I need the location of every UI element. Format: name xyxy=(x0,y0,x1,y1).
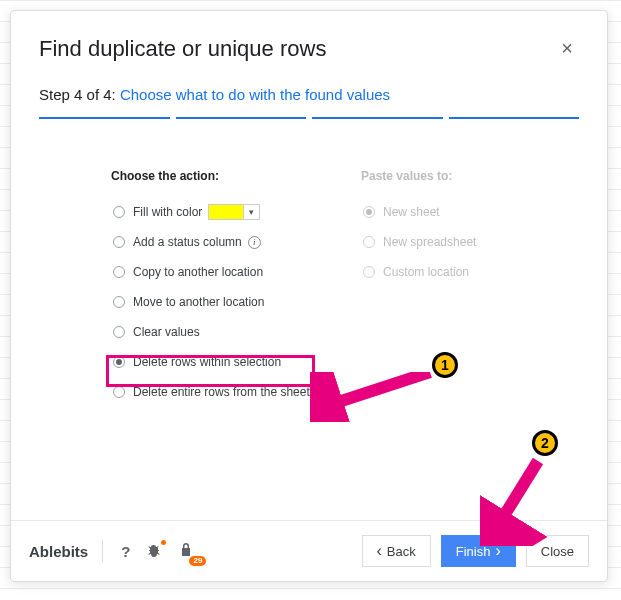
radio-icon xyxy=(113,386,125,398)
step-indicator: Step 4 of 4: Choose what to do with the … xyxy=(11,72,607,109)
step-link[interactable]: Choose what to do with the found values xyxy=(120,86,390,103)
svg-line-1 xyxy=(494,461,538,532)
color-swatch[interactable] xyxy=(208,204,244,220)
footer-right: Back Finish Close xyxy=(362,535,590,567)
back-button[interactable]: Back xyxy=(362,535,431,567)
radio-icon xyxy=(113,326,125,338)
option-label: Add a status column xyxy=(133,235,242,249)
marker-label: 1 xyxy=(441,357,449,373)
bug-icon[interactable] xyxy=(142,540,166,563)
info-icon[interactable]: i xyxy=(248,236,261,249)
dialog-title: Find duplicate or unique rows xyxy=(39,36,326,62)
radio-icon xyxy=(113,356,125,368)
radio-icon xyxy=(113,266,125,278)
close-icon[interactable]: × xyxy=(555,33,579,64)
option-clear-values[interactable]: Clear values xyxy=(111,317,321,347)
option-label: Clear values xyxy=(133,325,200,339)
option-add-status[interactable]: Add a status column i xyxy=(111,227,321,257)
action-heading: Choose the action: xyxy=(111,169,321,183)
annotation-arrow-2 xyxy=(480,456,550,546)
dialog-header: Find duplicate or unique rows × xyxy=(11,11,607,72)
option-move-location[interactable]: Move to another location xyxy=(111,287,321,317)
annotation-arrow-1 xyxy=(310,372,440,422)
option-fill-color[interactable]: Fill with color ▾ xyxy=(111,197,321,227)
option-label: Custom location xyxy=(383,265,469,279)
radio-icon xyxy=(363,266,375,278)
option-label: Copy to another location xyxy=(133,265,263,279)
divider xyxy=(102,540,103,562)
option-delete-entire[interactable]: Delete entire rows from the sheet xyxy=(111,377,321,407)
option-copy-location[interactable]: Copy to another location xyxy=(111,257,321,287)
option-new-spreadsheet: New spreadsheet xyxy=(361,227,541,257)
svg-line-0 xyxy=(320,372,430,408)
option-label: Delete rows within selection xyxy=(133,355,281,369)
option-label: New sheet xyxy=(383,205,440,219)
footer-left: Ablebits ? 29 xyxy=(29,540,198,563)
option-custom-location: Custom location xyxy=(361,257,541,287)
radio-icon xyxy=(113,206,125,218)
chevron-down-icon[interactable]: ▾ xyxy=(244,204,260,220)
brand-label: Ablebits xyxy=(29,543,88,560)
option-new-sheet: New sheet xyxy=(361,197,541,227)
option-label: New spreadsheet xyxy=(383,235,476,249)
option-delete-selection[interactable]: Delete rows within selection xyxy=(111,347,321,377)
step-prefix: Step 4 of 4: xyxy=(39,86,120,103)
badge-count: 29 xyxy=(189,556,206,566)
notification-dot xyxy=(161,540,166,545)
lock-icon[interactable]: 29 xyxy=(174,540,198,563)
radio-icon xyxy=(363,236,375,248)
radio-icon xyxy=(113,236,125,248)
radio-icon xyxy=(363,206,375,218)
help-icon[interactable]: ? xyxy=(117,541,134,562)
marker-label: 2 xyxy=(541,435,549,451)
annotation-marker-1: 1 xyxy=(432,352,458,378)
paste-heading: Paste values to: xyxy=(361,169,541,183)
radio-icon xyxy=(113,296,125,308)
button-label: Back xyxy=(387,544,416,559)
dialog-content: Choose the action: Fill with color ▾ Add… xyxy=(11,119,607,427)
action-column: Choose the action: Fill with color ▾ Add… xyxy=(111,169,321,407)
option-label: Move to another location xyxy=(133,295,264,309)
option-label: Delete entire rows from the sheet xyxy=(133,385,310,399)
option-label: Fill with color xyxy=(133,205,202,219)
annotation-marker-2: 2 xyxy=(532,430,558,456)
